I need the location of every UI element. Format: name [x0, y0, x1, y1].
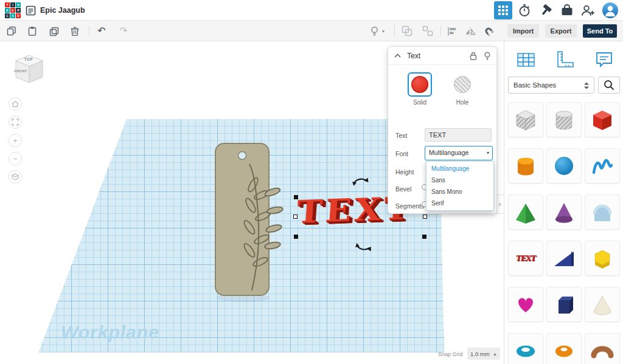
view-controls: + −: [9, 97, 22, 184]
side-handle[interactable]: [293, 215, 298, 219]
home-view-button[interactable]: [9, 97, 22, 111]
material-options: Solid Hole: [388, 65, 496, 106]
shape-polygon[interactable]: [585, 241, 620, 276]
copy-icon[interactable]: [6, 26, 17, 36]
workplane-tool-icon[interactable]: [515, 49, 537, 70]
text-field-label: Text: [395, 132, 407, 139]
collapse-chevron-icon[interactable]: [394, 53, 401, 58]
snap-grid-label: Snap Grid: [438, 351, 463, 357]
font-select-caret-icon: ▾: [487, 146, 489, 159]
align-icon[interactable]: [447, 26, 458, 36]
shape-paraboloid[interactable]: [585, 287, 620, 322]
font-option-sans[interactable]: Sans: [426, 174, 493, 186]
shape-half-torus[interactable]: [585, 333, 620, 364]
font-select[interactable]: Multilanguage ▾: [425, 146, 493, 160]
view-cube-top-label[interactable]: TOP: [11, 57, 46, 61]
top-bar: T I N K E R C A D Epic Jaagub: [0, 0, 623, 21]
shape-sphere[interactable]: [546, 148, 582, 184]
zoom-out-button[interactable]: −: [9, 152, 22, 165]
category-caret-icon: [582, 81, 591, 91]
tinkercad-app: T I N K E R C A D Epic Jaagub: [0, 0, 623, 364]
shape-category-select[interactable]: Basic Shapes: [508, 77, 594, 94]
font-option-sans-mono[interactable]: Sans Mono: [426, 186, 493, 197]
scale-handle[interactable]: [294, 195, 298, 199]
font-option-multilanguage[interactable]: Multilanguage: [426, 163, 493, 174]
invite-person-icon[interactable]: [580, 3, 595, 18]
avatar[interactable]: [602, 2, 618, 18]
mirror-icon[interactable]: [465, 26, 476, 36]
send-to-button[interactable]: Send To: [583, 24, 617, 38]
snap-grid-caret-icon: ▲: [493, 352, 497, 356]
duplicate-icon[interactable]: [49, 26, 60, 36]
bag-icon[interactable]: [560, 3, 574, 18]
shape-hole-box[interactable]: [508, 102, 543, 137]
design-title[interactable]: Epic Jaagub: [40, 0, 85, 21]
logo-letter: R: [16, 8, 21, 13]
font-option-serif[interactable]: Serif: [426, 197, 493, 209]
bookmark-object[interactable]: [201, 137, 286, 307]
shape-search-button[interactable]: [598, 77, 620, 94]
view-cube-front-label[interactable]: FRONT: [12, 69, 29, 73]
shape-tube[interactable]: [546, 333, 582, 364]
shape-inspector-panel: Text Solid Hole Text TEXT Font Multilang…: [388, 46, 497, 214]
hole-swatch[interactable]: [454, 76, 471, 93]
notes-tool-icon[interactable]: [593, 49, 615, 70]
import-button[interactable]: Import: [507, 24, 539, 38]
shape-round-roof[interactable]: [585, 194, 620, 230]
logo-letter: K: [5, 8, 10, 13]
shape-scribble[interactable]: [585, 148, 620, 184]
stopwatch-icon[interactable]: [517, 3, 532, 18]
logo-letter: I: [10, 2, 15, 7]
delete-icon[interactable]: [69, 26, 80, 36]
solid-color-swatch[interactable]: [411, 76, 428, 93]
shape-heart[interactable]: [508, 287, 543, 322]
rotate-handle-icon[interactable]: [354, 242, 372, 255]
lock-icon[interactable]: [470, 52, 477, 60]
ruler-tool-icon[interactable]: [554, 49, 576, 70]
tool-bar: ↶ ↷ ▾ Import Export Send To: [0, 21, 623, 41]
side-handle[interactable]: [423, 215, 427, 219]
shape-box[interactable]: [585, 102, 620, 137]
blocks-editor-icon[interactable]: [494, 1, 512, 19]
perspective-toggle-button[interactable]: [9, 170, 22, 184]
hole-option[interactable]: Hole: [449, 72, 476, 106]
logo-letter: T: [5, 2, 10, 7]
paste-icon[interactable]: [27, 26, 38, 36]
ungroup-icon[interactable]: [422, 26, 433, 36]
rotate-handle-icon[interactable]: [352, 174, 370, 187]
solid-label: Solid: [406, 99, 433, 106]
shape-category-value: Basic Shapes: [513, 81, 556, 89]
tinkercad-logo-icon[interactable]: T I N K E R C A D: [5, 2, 21, 18]
shape-wedge[interactable]: [546, 241, 582, 276]
show-all-icon[interactable]: [369, 26, 380, 36]
scale-handle[interactable]: [294, 235, 298, 239]
text-input[interactable]: TEXT: [425, 128, 492, 142]
designs-list-icon[interactable]: [26, 5, 36, 18]
hide-bulb-icon[interactable]: [484, 52, 490, 60]
font-dropdown-menu: Multilanguage Sans Sans Mono Serif: [426, 161, 494, 211]
shapes-sidebar: Basic Shapes: [504, 41, 623, 364]
shape-hole-cylinder[interactable]: [546, 102, 582, 137]
snap-grid-select[interactable]: 1.0 mm ▲: [467, 348, 500, 360]
fit-view-button[interactable]: [9, 115, 22, 129]
export-button[interactable]: Export: [545, 24, 577, 38]
magnet-icon[interactable]: [483, 26, 494, 36]
shape-cone[interactable]: [546, 194, 582, 230]
scale-handle[interactable]: [422, 235, 426, 239]
shape-cylinder[interactable]: [508, 148, 543, 184]
shape-prism[interactable]: [546, 287, 582, 322]
hammer-icon[interactable]: [539, 3, 554, 18]
inspector-header: Text: [388, 47, 496, 65]
show-all-caret-icon[interactable]: ▾: [382, 29, 385, 34]
font-field-label: Font: [395, 150, 408, 157]
group-icon[interactable]: [402, 26, 412, 36]
view-cube[interactable]: TOP FRONT: [11, 51, 46, 85]
shape-torus[interactable]: [508, 333, 543, 364]
search-icon: [603, 79, 615, 91]
shape-pyramid[interactable]: [508, 194, 543, 230]
redo-icon[interactable]: ↷: [118, 26, 129, 36]
undo-icon[interactable]: ↶: [96, 26, 107, 36]
solid-option[interactable]: Solid: [406, 72, 433, 106]
zoom-in-button[interactable]: +: [9, 134, 22, 147]
shape-text[interactable]: TEXT: [508, 241, 543, 276]
